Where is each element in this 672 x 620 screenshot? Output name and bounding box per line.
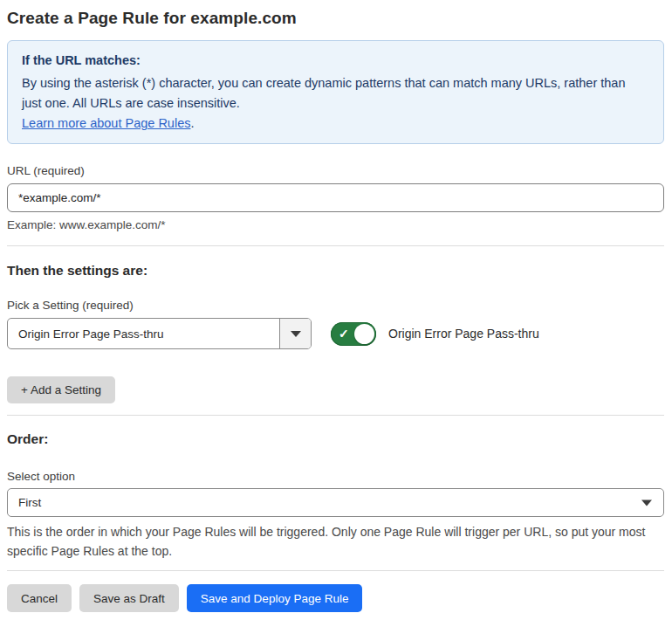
info-link-line: Learn more about Page Rules. — [22, 116, 649, 130]
order-section-heading: Order: — [7, 431, 664, 447]
url-field-label: URL (required) — [7, 164, 664, 177]
info-heading: If the URL matches: — [22, 53, 649, 67]
chevron-down-icon — [291, 331, 301, 337]
check-icon: ✓ — [339, 327, 349, 340]
setting-select-value: Origin Error Page Pass-thru — [8, 327, 279, 341]
page-title: Create a Page Rule for example.com — [7, 9, 664, 28]
learn-more-link[interactable]: Learn more about Page Rules — [22, 116, 190, 130]
url-input[interactable] — [7, 183, 664, 212]
save-as-draft-button[interactable]: Save as Draft — [79, 584, 179, 612]
settings-section-heading: Then the settings are: — [7, 263, 664, 279]
pick-setting-label: Pick a Setting (required) — [7, 299, 664, 312]
order-helper-text: This is the order in which your Page Rul… — [7, 522, 660, 561]
order-select[interactable]: First — [7, 488, 664, 517]
order-select-value: First — [8, 496, 663, 509]
cancel-button[interactable]: Cancel — [7, 584, 72, 612]
url-example-helper: Example: www.example.com/* — [7, 218, 664, 231]
divider — [7, 415, 664, 416]
order-select-label: Select option — [7, 470, 664, 483]
toggle-knob — [354, 324, 374, 344]
divider — [7, 245, 664, 246]
setting-toggle[interactable]: ✓ — [331, 322, 376, 346]
chevron-down-icon — [641, 499, 652, 506]
setting-toggle-label: Origin Error Page Pass-thru — [388, 327, 539, 341]
setting-select-arrow-segment[interactable] — [279, 319, 311, 348]
add-setting-button[interactable]: + Add a Setting — [7, 376, 115, 403]
url-match-info-callout: If the URL matches: By using the asteris… — [7, 40, 664, 144]
link-period: . — [190, 116, 194, 130]
divider — [7, 570, 664, 571]
setting-row: Origin Error Page Pass-thru ✓ Origin Err… — [7, 318, 664, 349]
setting-select[interactable]: Origin Error Page Pass-thru — [7, 318, 312, 349]
save-and-deploy-button[interactable]: Save and Deploy Page Rule — [187, 584, 363, 612]
action-bar: Cancel Save as Draft Save and Deploy Pag… — [7, 584, 664, 612]
info-body-text: By using the asterisk (*) character, you… — [22, 73, 646, 114]
